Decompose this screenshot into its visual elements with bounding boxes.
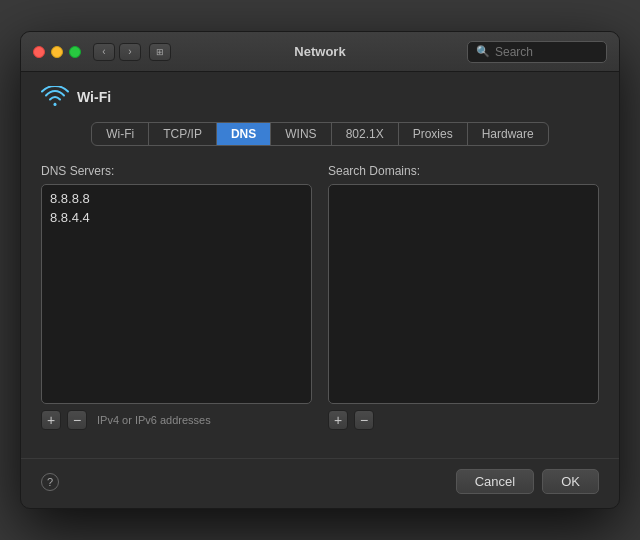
search-box[interactable]: 🔍 [467, 41, 607, 63]
wifi-header: Wi-Fi [41, 86, 599, 108]
search-domains-panel: Search Domains: + − [328, 164, 599, 430]
ok-button[interactable]: OK [542, 469, 599, 494]
tab-proxies[interactable]: Proxies [399, 123, 468, 145]
minimize-button[interactable] [51, 46, 63, 58]
wifi-icon [41, 86, 69, 108]
apps-button[interactable]: ⊞ [149, 43, 171, 61]
help-button[interactable]: ? [41, 473, 59, 491]
tab-hardware[interactable]: Hardware [468, 123, 548, 145]
tab-8021x[interactable]: 802.1X [332, 123, 399, 145]
titlebar: ‹ › ⊞ Network 🔍 [21, 32, 619, 72]
tab-dns[interactable]: DNS [217, 123, 271, 145]
content-area: Wi-Fi Wi-Fi TCP/IP DNS WINS 802.1X Proxi… [21, 72, 619, 458]
traffic-lights [33, 46, 81, 58]
dns-entry: 8.8.4.4 [46, 208, 307, 227]
cancel-button[interactable]: Cancel [456, 469, 534, 494]
search-domains-list[interactable] [328, 184, 599, 404]
close-button[interactable] [33, 46, 45, 58]
dns-servers-label: DNS Servers: [41, 164, 312, 178]
dns-servers-panel: DNS Servers: 8.8.8.88.8.4.4 + − IPv4 or … [41, 164, 312, 430]
forward-button[interactable]: › [119, 43, 141, 61]
back-button[interactable]: ‹ [93, 43, 115, 61]
dns-add-button[interactable]: + [41, 410, 61, 430]
dns-controls: + − IPv4 or IPv6 addresses [41, 410, 312, 430]
tab-bar: Wi-Fi TCP/IP DNS WINS 802.1X Proxies Har… [91, 122, 548, 146]
search-input[interactable] [495, 45, 598, 59]
search-add-button[interactable]: + [328, 410, 348, 430]
tab-wins[interactable]: WINS [271, 123, 331, 145]
dns-servers-list[interactable]: 8.8.8.88.8.4.4 [41, 184, 312, 404]
dns-remove-button[interactable]: − [67, 410, 87, 430]
tab-wifi[interactable]: Wi-Fi [92, 123, 149, 145]
search-icon: 🔍 [476, 45, 490, 58]
footer-buttons: Cancel OK [456, 469, 599, 494]
panels: DNS Servers: 8.8.8.88.8.4.4 + − IPv4 or … [41, 164, 599, 430]
search-remove-button[interactable]: − [354, 410, 374, 430]
tab-tcpip[interactable]: TCP/IP [149, 123, 217, 145]
network-window: ‹ › ⊞ Network 🔍 Wi-Fi [20, 31, 620, 509]
footer: ? Cancel OK [21, 458, 619, 508]
window-title: Network [294, 44, 345, 59]
search-controls: + − [328, 410, 599, 430]
maximize-button[interactable] [69, 46, 81, 58]
svg-point-0 [54, 103, 57, 106]
nav-buttons: ‹ › [93, 43, 141, 61]
dns-hint: IPv4 or IPv6 addresses [97, 414, 211, 426]
search-domains-label: Search Domains: [328, 164, 599, 178]
wifi-label: Wi-Fi [77, 89, 111, 105]
dns-entry: 8.8.8.8 [46, 189, 307, 208]
